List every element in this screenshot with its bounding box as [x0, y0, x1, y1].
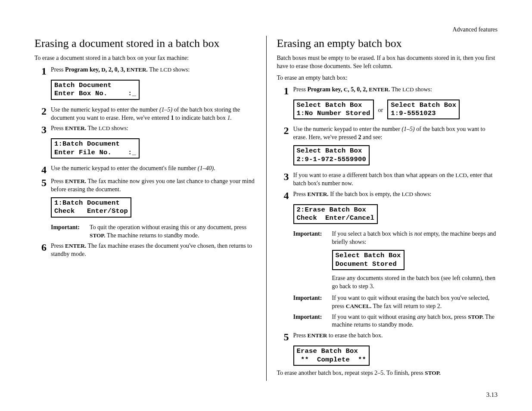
step-body: Press ENTER. The fax machine erases the … — [51, 242, 256, 258]
important-label: Important: — [293, 313, 332, 330]
lcd-display: Select Batch Box 1:9-5551023 — [387, 100, 460, 120]
lcd-wrap: 1:Batch Document Enter File No. :_ — [51, 137, 256, 162]
lcd-display: 2:Erase Batch Box Check Enter/Cancel — [293, 204, 378, 224]
left-step-1: 1 Press Program key, D, 2, 0, 3, ENTER. … — [34, 66, 256, 76]
step-body: Press Program key, C, 5, 0, 2, ENTER. Th… — [293, 86, 498, 94]
step-number: 4 — [34, 165, 51, 175]
step-body: Press ENTER. The LCD shows: — [51, 125, 256, 133]
left-intro: To erase a document stored in a batch bo… — [34, 54, 256, 62]
important-label: Important: — [51, 224, 90, 240]
right-intro1: Batch boxes must be empty to be erased. … — [277, 54, 498, 71]
lcd-display: Erase Batch Box ** Complete ** — [293, 346, 370, 366]
manual-page: Advanced features Erasing a document sto… — [0, 0, 532, 411]
page-number: 3.13 — [486, 390, 498, 399]
important-label: Important: — [293, 230, 332, 246]
lcd-pair: Select Batch Box 1:No Number Stored or S… — [293, 98, 498, 123]
final-note: To erase another batch box, repeat steps… — [277, 369, 498, 377]
right-step-2: 2 Use the numeric keypad to enter the nu… — [277, 125, 498, 142]
section-header: Advanced features — [34, 26, 498, 34]
right-intro2: To erase an empty batch box: — [277, 74, 498, 82]
lcd-display: Batch Document Enter Box No. :_ — [51, 80, 140, 100]
step-number: 5 — [277, 332, 293, 342]
or-text: or — [378, 106, 383, 115]
lcd-wrap: 1:Batch Document Check Enter/Stop — [51, 196, 256, 221]
step-body: Press ENTER. If the batch box is empty, … — [293, 190, 498, 199]
left-step-3: 3 Press ENTER. The LCD shows: — [34, 125, 256, 135]
step-number: 1 — [34, 66, 51, 76]
note-text: Erase any documents stored in the batch … — [332, 274, 498, 291]
right-step-1: 1 Press Program key, C, 5, 0, 2, ENTER. … — [277, 86, 498, 96]
left-title: Erasing a document stored in a batch box — [34, 36, 256, 51]
lcd-wrap: Batch Document Enter Box No. :_ — [51, 78, 256, 103]
important-body: If you select a batch box which is not e… — [332, 230, 498, 246]
lcd-wrap: Select Batch Box 2:9-1-972-5559900 — [293, 143, 498, 169]
step-number: 2 — [277, 125, 293, 136]
right-step-5: 5 Press ENTER to erase the batch box. — [277, 332, 498, 342]
left-step-5: 5 Press ENTER. The fax machine now gives… — [34, 177, 256, 194]
important-body: To quit the operation without erasing th… — [90, 224, 256, 240]
step-number: 1 — [277, 86, 293, 96]
step-body: Use the numeric keypad to enter the docu… — [51, 165, 256, 173]
step-body: If you want to erase a different batch b… — [293, 171, 498, 188]
step-number: 4 — [277, 190, 293, 201]
left-step-6: 6 Press ENTER. The fax machine erases th… — [34, 242, 256, 258]
important-block: Important: If you want to quit without e… — [293, 294, 498, 311]
step-body: Use the numeric keypad to enter the numb… — [51, 106, 256, 122]
two-column-layout: Erasing a document stored in a batch box… — [34, 36, 498, 381]
right-step-3: 3 If you want to erase a different batch… — [277, 171, 498, 188]
step-body: Use the numeric keypad to enter the numb… — [293, 125, 498, 142]
important-body: If you want to quit without erasing any … — [332, 313, 498, 330]
lcd-wrap: Select Batch Box Document Stored Erase a… — [332, 248, 498, 291]
right-step-4: 4 Press ENTER. If the batch box is empty… — [277, 190, 498, 201]
left-step-2: 2 Use the numeric keypad to enter the nu… — [34, 106, 256, 122]
lcd-wrap: 2:Erase Batch Box Check Enter/Cancel — [293, 202, 498, 228]
step-body: Press ENTER. The fax machine now gives y… — [51, 177, 256, 194]
important-body: If you want to quit without erasing the … — [332, 294, 498, 311]
lcd-display: Select Batch Box Document Stored — [332, 250, 404, 270]
lcd-display: 1:Batch Document Check Enter/Stop — [51, 197, 131, 218]
step-body: Press ENTER to erase the batch box. — [293, 332, 498, 340]
lcd-display: 1:Batch Document Enter File No. :_ — [51, 138, 140, 159]
lcd-display: Select Batch Box 1:No Number Stored — [293, 100, 374, 120]
important-block: Important: If you select a batch box whi… — [293, 230, 498, 246]
step-body: Press Program key, D, 2, 0, 3, ENTER. Th… — [51, 66, 256, 74]
important-block: Important: To quit the operation without… — [51, 224, 256, 240]
important-label: Important: — [293, 294, 332, 311]
step-number: 2 — [34, 106, 51, 116]
left-column: Erasing a document stored in a batch box… — [34, 36, 266, 381]
step-number: 3 — [34, 125, 51, 135]
step-number: 5 — [34, 177, 51, 188]
important-block: Important: If you want to quit without e… — [293, 313, 498, 330]
right-title: Erasing an empty batch box — [277, 36, 498, 51]
step-number: 3 — [277, 171, 293, 182]
left-step-4: 4 Use the numeric keypad to enter the do… — [34, 165, 256, 175]
right-column: Erasing an empty batch box Batch boxes m… — [266, 36, 498, 381]
lcd-display: Select Batch Box 2:9-1-972-5559900 — [293, 145, 370, 165]
lcd-wrap: Erase Batch Box ** Complete ** — [293, 344, 498, 369]
step-number: 6 — [34, 242, 51, 252]
